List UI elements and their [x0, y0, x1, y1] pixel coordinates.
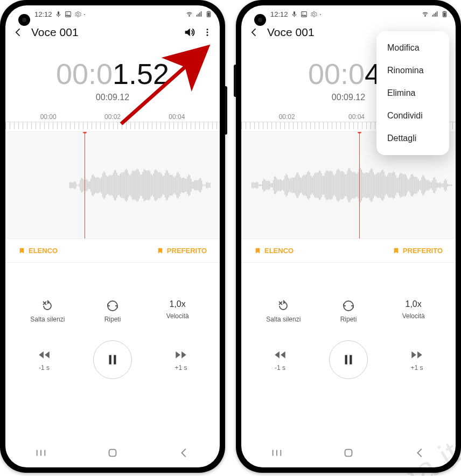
- speaker-icon[interactable]: [183, 26, 195, 38]
- camera-punchhole: [254, 14, 266, 26]
- list-tag-label: ELENCO: [29, 247, 58, 255]
- list-tag-label: ELENCO: [264, 247, 294, 255]
- favorite-tag-label: PREFERITO: [167, 247, 207, 255]
- image-icon: [301, 11, 308, 18]
- svg-point-12: [207, 34, 208, 36]
- svg-rect-8: [207, 12, 209, 16]
- svg-rect-320: [345, 355, 347, 364]
- list-tag[interactable]: ELENCO: [254, 247, 294, 255]
- nav-back-icon[interactable]: [178, 447, 190, 459]
- speed-label: Velocità: [166, 312, 189, 320]
- menu-item-details[interactable]: Dettagli: [376, 127, 449, 150]
- svg-rect-9: [208, 11, 209, 11]
- skip-silence-button[interactable]: Salta silenzi: [254, 299, 313, 323]
- forward-label: +1 s: [174, 364, 187, 372]
- rewind-button[interactable]: -1 s: [273, 348, 287, 372]
- rewind-label: -1 s: [39, 364, 50, 372]
- svg-rect-143: [432, 15, 434, 16]
- repeat-button[interactable]: Ripeti: [319, 299, 378, 323]
- screen-left: 12:12 • Voce 001 00:01.52 00:09.12: [5, 5, 220, 467]
- pause-button[interactable]: [93, 340, 132, 379]
- battery-icon: [441, 11, 448, 18]
- menu-item-rename[interactable]: Rinomina: [376, 59, 449, 82]
- svg-rect-6: [201, 11, 202, 17]
- menu-item-delete[interactable]: Elimina: [376, 82, 449, 104]
- svg-rect-148: [443, 12, 445, 16]
- status-dot: •: [320, 12, 322, 17]
- svg-rect-325: [345, 450, 352, 457]
- svg-rect-144: [434, 13, 435, 16]
- forward-button[interactable]: +1 s: [410, 348, 424, 372]
- status-bar: 12:12 •: [241, 5, 456, 23]
- skip-silence-button[interactable]: Salta silenzi: [18, 299, 77, 323]
- svg-rect-133: [109, 355, 111, 364]
- gear-icon: [310, 11, 317, 18]
- svg-rect-4: [198, 13, 199, 16]
- svg-rect-5: [199, 12, 200, 17]
- transport-row: -1 s +1 s: [241, 340, 456, 379]
- svg-point-10: [207, 29, 208, 30]
- home-icon[interactable]: [343, 447, 354, 459]
- svg-rect-3: [197, 15, 198, 16]
- more-menu-icon[interactable]: [202, 26, 212, 38]
- svg-point-11: [207, 32, 208, 33]
- image-icon: [65, 11, 72, 18]
- repeat-label: Ripeti: [104, 316, 121, 323]
- options-row: Salta silenzi Ripeti 1,0x Velocità: [5, 299, 220, 323]
- pause-button[interactable]: [329, 340, 368, 379]
- recents-icon[interactable]: [271, 447, 283, 459]
- tag-bar: ELENCO PREFERITO: [5, 239, 220, 263]
- android-nav-bar: [5, 443, 220, 463]
- phone-frame-left: 12:12 • Voce 001 00:01.52 00:09.12: [0, 0, 225, 473]
- app-bar: Voce 001: [5, 23, 220, 44]
- mic-icon: [55, 11, 62, 18]
- svg-rect-145: [435, 12, 436, 17]
- speed-value: 1,0x: [406, 299, 422, 309]
- svg-rect-321: [350, 355, 352, 364]
- speed-button[interactable]: 1,0x Velocità: [148, 299, 207, 320]
- svg-point-2: [189, 16, 190, 16]
- rewind-button[interactable]: -1 s: [37, 348, 51, 372]
- speed-value: 1,0x: [170, 299, 186, 309]
- ruler-label: 00:04: [348, 113, 365, 121]
- menu-item-edit[interactable]: Modifica: [376, 37, 449, 59]
- forward-button[interactable]: +1 s: [174, 348, 188, 372]
- options-row: Salta silenzi Ripeti 1,0x Velocità: [241, 299, 456, 323]
- rewind-label: -1 s: [275, 364, 285, 372]
- wifi-icon: [422, 11, 429, 18]
- status-bar: 12:12 •: [5, 5, 220, 23]
- home-icon[interactable]: [107, 447, 118, 459]
- android-nav-bar: [241, 443, 456, 463]
- svg-rect-149: [444, 11, 445, 11]
- svg-rect-134: [114, 355, 116, 364]
- playhead[interactable]: [359, 132, 360, 239]
- timer-dim: 00:0: [308, 58, 365, 90]
- menu-item-share[interactable]: Condividi: [376, 104, 449, 127]
- nav-back-icon[interactable]: [414, 447, 426, 459]
- signal-icon: [431, 11, 438, 18]
- favorite-tag[interactable]: PREFERITO: [157, 247, 207, 255]
- wifi-icon: [186, 11, 193, 18]
- favorite-tag-label: PREFERITO: [403, 247, 443, 255]
- ruler-label: 00:00: [40, 113, 57, 121]
- status-dot: •: [84, 12, 86, 17]
- svg-rect-146: [437, 11, 438, 17]
- back-icon[interactable]: [13, 27, 24, 38]
- signal-icon: [195, 11, 202, 18]
- forward-label: +1 s: [410, 364, 423, 372]
- phone-frame-right: 12:12 • Voce 001 00:04. 00:09.12 00:02: [236, 0, 461, 473]
- playhead[interactable]: [85, 132, 85, 239]
- recents-icon[interactable]: [35, 447, 47, 459]
- skip-silence-label: Salta silenzi: [30, 316, 65, 323]
- back-icon[interactable]: [249, 27, 260, 38]
- repeat-button[interactable]: Ripeti: [83, 299, 142, 323]
- speed-button[interactable]: 1,0x Velocità: [384, 299, 443, 320]
- svg-line-139: [121, 50, 205, 124]
- favorite-tag[interactable]: PREFERITO: [393, 247, 443, 255]
- svg-point-1: [66, 12, 67, 13]
- ruler-label: 00:02: [279, 113, 295, 121]
- timer-dim: 00:0: [56, 58, 113, 90]
- svg-rect-138: [109, 450, 116, 457]
- waveform[interactable]: [5, 131, 220, 239]
- list-tag[interactable]: ELENCO: [18, 247, 58, 255]
